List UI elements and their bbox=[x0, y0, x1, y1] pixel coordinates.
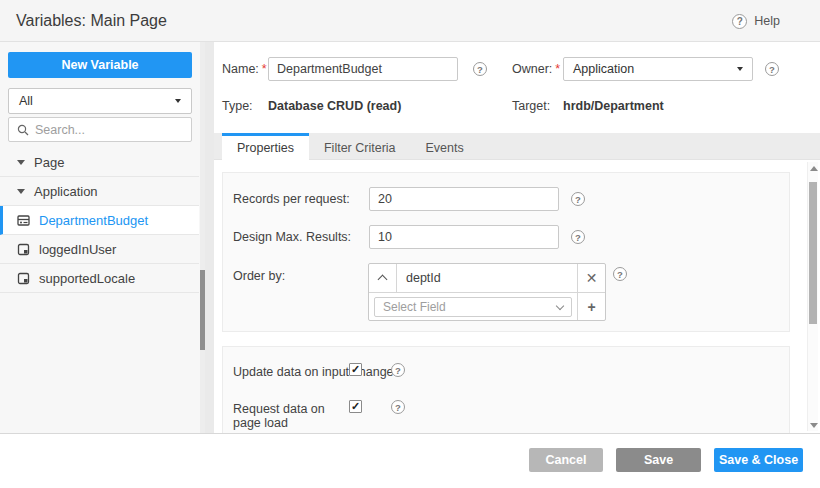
add-order-field-button[interactable]: + bbox=[577, 293, 605, 320]
name-label: Name:* bbox=[222, 62, 267, 76]
tree-group-page[interactable]: Page bbox=[0, 148, 199, 177]
owner-select[interactable]: Application bbox=[563, 57, 753, 81]
help-button[interactable]: ? Help bbox=[732, 0, 780, 42]
search-icon bbox=[17, 124, 29, 136]
variable-tree: Page Application DepartmentBudget logged… bbox=[0, 148, 199, 293]
collapse-arrow-icon bbox=[17, 160, 25, 165]
data-settings-section: Records per request: ? Design Max. Resul… bbox=[222, 172, 790, 332]
content-scrollbar-thumb[interactable] bbox=[809, 182, 817, 324]
scroll-down-arrow-icon[interactable] bbox=[809, 420, 818, 430]
name-input[interactable] bbox=[268, 57, 458, 81]
update-on-input-checkbox[interactable] bbox=[349, 363, 362, 376]
variable-filter-value: All bbox=[19, 94, 33, 108]
design-max-help-icon[interactable]: ? bbox=[571, 230, 585, 244]
tree-item-supportedlocale[interactable]: supportedLocale bbox=[0, 264, 199, 293]
required-asterisk: * bbox=[555, 62, 560, 76]
close-icon: ✕ bbox=[586, 270, 598, 286]
tab-properties[interactable]: Properties bbox=[222, 133, 309, 160]
order-by-field-value[interactable]: deptId bbox=[397, 264, 577, 292]
tab-filter-criteria[interactable]: Filter Criteria bbox=[309, 133, 411, 159]
select-field-dropdown[interactable]: Select Field bbox=[374, 297, 572, 317]
tree-group-label: Page bbox=[34, 155, 64, 170]
target-value: hrdb/Department bbox=[563, 99, 664, 113]
request-on-load-help-icon[interactable]: ? bbox=[391, 400, 405, 414]
owner-select-value: Application bbox=[573, 62, 634, 76]
required-asterisk: * bbox=[262, 62, 267, 76]
chevron-up-icon bbox=[378, 275, 388, 285]
variables-dialog: Variables: Main Page ? Help New Variable… bbox=[0, 0, 820, 488]
order-by-label: Order by: bbox=[233, 269, 285, 283]
update-on-input-row: Update data on input change bbox=[233, 365, 394, 379]
request-on-load-checkbox[interactable] bbox=[349, 400, 362, 413]
model-variable-icon bbox=[17, 243, 30, 256]
design-max-results-input[interactable] bbox=[369, 225, 559, 249]
order-by-widget: deptId ✕ Select Field bbox=[368, 263, 606, 321]
records-per-request-label: Records per request: bbox=[233, 192, 350, 206]
crud-variable-icon bbox=[17, 214, 30, 227]
type-label: Type: bbox=[222, 99, 253, 113]
tree-item-departmentbudget[interactable]: DepartmentBudget bbox=[0, 206, 199, 235]
request-on-load-row: Request data on page load bbox=[233, 402, 341, 430]
design-max-results-label: Design Max. Results: bbox=[233, 230, 351, 244]
cancel-button[interactable]: Cancel bbox=[529, 448, 603, 472]
save-button[interactable]: Save bbox=[616, 448, 701, 472]
collapse-arrow-icon bbox=[17, 189, 25, 194]
variable-detail-panel: Name:* ? Owner:* Application ? Type: Dat… bbox=[214, 42, 820, 433]
order-by-help-icon[interactable]: ? bbox=[613, 267, 627, 281]
records-per-request-input[interactable] bbox=[369, 187, 559, 211]
tree-group-application[interactable]: Application bbox=[0, 177, 199, 206]
tree-item-label: supportedLocale bbox=[39, 271, 135, 286]
tab-events[interactable]: Events bbox=[411, 133, 479, 159]
name-owner-row: Name:* ? Owner:* Application ? bbox=[214, 57, 820, 81]
chevron-down-icon bbox=[737, 67, 743, 71]
tree-group-label: Application bbox=[34, 184, 98, 199]
update-on-input-help-icon[interactable]: ? bbox=[391, 363, 405, 377]
tree-item-label: DepartmentBudget bbox=[39, 213, 148, 228]
select-field-wrap: Select Field bbox=[369, 293, 577, 320]
chevron-down-icon bbox=[556, 301, 564, 309]
order-by-entry-row: deptId ✕ bbox=[369, 264, 605, 292]
remove-order-field-button[interactable]: ✕ bbox=[577, 264, 605, 292]
page-title: Variables: Main Page bbox=[16, 0, 167, 42]
target-label: Target: bbox=[512, 99, 550, 113]
properties-tab-content: Records per request: ? Design Max. Resul… bbox=[214, 160, 820, 433]
behavior-section: Update data on input change ? Request da… bbox=[222, 346, 790, 433]
records-help-icon[interactable]: ? bbox=[571, 192, 585, 206]
variable-filter-select[interactable]: All bbox=[8, 88, 192, 114]
owner-help-icon[interactable]: ? bbox=[765, 62, 779, 76]
update-on-input-label: Update data on input change bbox=[233, 365, 394, 379]
model-variable-icon bbox=[17, 272, 30, 285]
variables-sidebar: New Variable All Page Application bbox=[0, 42, 205, 433]
type-value: Database CRUD (read) bbox=[268, 99, 401, 113]
search-input[interactable] bbox=[35, 123, 196, 137]
chevron-down-icon bbox=[175, 99, 181, 103]
sidebar-divider bbox=[205, 42, 214, 433]
save-and-close-button[interactable]: Save & Close bbox=[714, 448, 803, 472]
type-target-row: Type: Database CRUD (read) Target: hrdb/… bbox=[214, 99, 820, 115]
scroll-up-arrow-icon[interactable] bbox=[809, 163, 818, 173]
dialog-header: Variables: Main Page ? Help bbox=[0, 0, 820, 42]
name-help-icon[interactable]: ? bbox=[473, 62, 487, 76]
tree-item-label: loggedInUser bbox=[39, 242, 116, 257]
tree-item-loggedinuser[interactable]: loggedInUser bbox=[0, 235, 199, 264]
owner-label: Owner:* bbox=[512, 62, 560, 76]
help-label: Help bbox=[754, 14, 780, 28]
dialog-footer: Cancel Save Save & Close bbox=[0, 433, 820, 488]
variable-search-box bbox=[8, 117, 192, 142]
plus-icon: + bbox=[587, 299, 595, 315]
request-on-load-label: Request data on page load bbox=[233, 402, 341, 430]
help-question-icon: ? bbox=[732, 14, 747, 29]
select-field-placeholder: Select Field bbox=[383, 300, 446, 314]
content-scrollbar[interactable] bbox=[807, 162, 818, 431]
detail-tabs: Properties Filter Criteria Events bbox=[214, 133, 820, 160]
order-by-add-row: Select Field + bbox=[369, 292, 605, 320]
new-variable-button[interactable]: New Variable bbox=[8, 52, 192, 78]
sort-direction-toggle[interactable] bbox=[369, 264, 397, 292]
